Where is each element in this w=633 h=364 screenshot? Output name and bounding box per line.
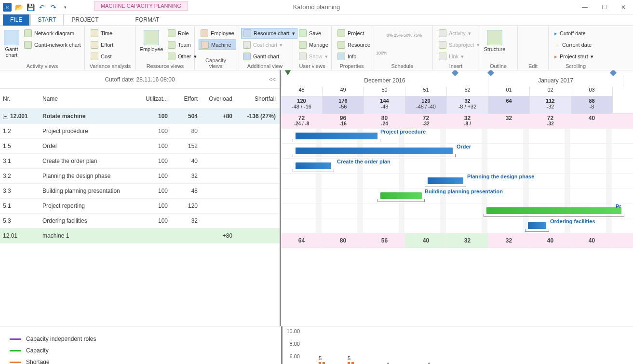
info-button[interactable]: Info [336, 51, 372, 62]
role-button[interactable]: Role [166, 28, 199, 39]
gantt-row[interactable]: 6480564032324040 [281, 233, 633, 248]
undo-icon[interactable]: ↶ [38, 3, 46, 12]
legend-item: Shortage [10, 356, 271, 364]
gantt-row[interactable]: Planning the design phase [281, 174, 633, 189]
gantt-cell: 40 [571, 114, 613, 128]
activity-insert-button[interactable]: Activity ▾ [437, 28, 482, 39]
save-icon[interactable]: 💾 [26, 3, 35, 12]
capacity-cell: 176-56 [323, 96, 364, 114]
table-row[interactable]: 12.01machine 1+80 [0, 229, 280, 243]
gantt-row[interactable]: Create the order plan [281, 159, 633, 174]
table-row[interactable]: 5.3Ordering facilities10032 [0, 214, 280, 229]
col-effort[interactable]: Effort [171, 95, 201, 102]
subproject-button[interactable]: Subproject ▾ [437, 40, 482, 50]
gantt-cell: 56 [364, 233, 405, 248]
gantt-bar[interactable] [428, 177, 463, 184]
tab-project[interactable]: PROJECT [65, 14, 106, 26]
save-view-button[interactable]: Save [297, 28, 330, 39]
show-button[interactable]: Show ▾ [297, 51, 330, 62]
y-tick-label: 6.00 [290, 353, 300, 359]
chart-area: Capacity independent rolesCapacityShorta… [0, 326, 633, 364]
collapse-button[interactable]: << [269, 76, 276, 83]
main-content: Cutoff date: 28.11.16 08:00 << Nr. Name … [0, 70, 633, 326]
gantt-cell: 32 [488, 233, 530, 248]
current-date-button[interactable]: ⋮Current date [552, 40, 595, 50]
week-header: 52 [447, 87, 488, 96]
gantt-bar[interactable] [528, 222, 546, 229]
cutoff-date-button[interactable]: ▸Cutoff date [552, 28, 595, 39]
gantt-cell: 40 [571, 233, 613, 248]
week-header: 02 [530, 87, 571, 96]
gantt-bar[interactable] [486, 207, 621, 214]
gantt-network-button[interactable]: Gantt-network chart [22, 40, 83, 50]
gantt-bar-label: Pr [616, 203, 621, 209]
table-body: −12.001Rotate machine100504+80-136 (27%)… [0, 109, 280, 326]
ribbon: Ganttchart Network diagram Gantt-network… [0, 26, 633, 70]
gantt-cell: 72-32 [405, 114, 447, 128]
week-header: 03 [571, 87, 613, 96]
gantt-bar[interactable] [296, 162, 331, 169]
table-row[interactable]: 3.3Building planning presentation10048 [0, 184, 280, 199]
gantt-row[interactable]: Project procedure [281, 129, 633, 144]
tab-format[interactable]: FORMAT [128, 14, 167, 26]
project-start-button[interactable]: ▸Project start ▾ [552, 51, 595, 62]
gantt-row[interactable]: 72-24 / -896-1680-2472-3232-8 /3272-3240 [281, 114, 633, 129]
gantt-row[interactable]: Building planning presentation [281, 189, 633, 203]
employee-view-button[interactable]: Employee [140, 28, 163, 52]
open-icon[interactable]: 📂 [14, 3, 23, 12]
project-prop-button[interactable]: Project [336, 28, 372, 39]
resource-prop-button[interactable]: Resource [336, 40, 372, 50]
resource-chart-button[interactable]: Resource chart ▾ [241, 28, 297, 39]
gantt-bar-label: Planning the design phase [467, 174, 534, 179]
ribbon-tabs: FILE START PROJECT FORMAT [0, 14, 633, 26]
collapse-icon[interactable]: − [3, 114, 8, 119]
table-row[interactable]: 3.2Planning the design phase10032 [0, 169, 280, 184]
effort-button[interactable]: Effort [89, 40, 115, 50]
gantt-row[interactable]: Pr [281, 203, 633, 218]
cost-button[interactable]: Cost [89, 51, 115, 62]
gantt-bar[interactable] [296, 133, 377, 139]
gantt-area[interactable]: 72-24 / -896-1680-2472-3232-8 /3272-3240… [281, 114, 633, 326]
capacity-machine-button[interactable]: Machine [199, 40, 236, 50]
redo-icon[interactable]: ↷ [49, 3, 58, 12]
col-overload[interactable]: Overload [201, 95, 235, 102]
col-name[interactable]: Name [40, 95, 141, 102]
close-button[interactable]: ✕ [614, 0, 633, 14]
capacity-cell: 144-48 [364, 96, 405, 114]
qat-dropdown-icon[interactable]: ▾ [61, 3, 69, 12]
gantt-chart-button[interactable]: Ganttchart [4, 28, 19, 58]
minimize-button[interactable]: — [575, 0, 594, 14]
cost-chart-button[interactable]: Cost chart ▾ [241, 40, 297, 50]
table-row[interactable]: 5.1Project reporting100120 [0, 199, 280, 214]
manage-button[interactable]: Manage [297, 40, 330, 50]
tab-start[interactable]: START [30, 14, 63, 26]
chart-value-label: 4 [386, 362, 389, 364]
tab-file[interactable]: FILE [3, 14, 29, 26]
gantt-chart-add-button[interactable]: Gantt chart [241, 51, 297, 62]
col-util[interactable]: Utilizat... [141, 95, 171, 102]
structure-button[interactable]: Structure [483, 28, 506, 52]
gantt-bar[interactable] [296, 148, 453, 154]
other-button[interactable]: Other ▾ [166, 51, 199, 62]
maximize-button[interactable]: ☐ [594, 0, 614, 14]
col-nr[interactable]: Nr. [0, 95, 40, 102]
link-button[interactable]: Link ▾ [437, 51, 482, 62]
network-diagram-button[interactable]: Network diagram [22, 28, 83, 39]
time-button[interactable]: Time [89, 28, 115, 39]
left-pane: Cutoff date: 28.11.16 08:00 << Nr. Name … [0, 70, 281, 326]
col-shortfall[interactable]: Shortfall [235, 95, 279, 102]
gantt-row[interactable]: Ordering facilities [281, 218, 633, 233]
table-row[interactable]: 1.5Order100152 [0, 139, 280, 154]
table-row[interactable]: 3.1Create the order plan10040 [0, 154, 280, 169]
gantt-bar-label: Create the order plan [337, 159, 391, 164]
gantt-bar[interactable] [380, 192, 422, 199]
team-button[interactable]: Team [166, 40, 199, 50]
y-tick-label: 10.00 [286, 328, 300, 334]
gantt-row[interactable]: Order [281, 144, 633, 159]
table-row[interactable]: −12.001Rotate machine100504+80-136 (27%) [0, 109, 280, 124]
capacity-employee-button[interactable]: Employee [199, 28, 236, 39]
legend-item: Capacity [10, 345, 271, 356]
schedule-icon[interactable] [376, 33, 386, 42]
app-icon: R [3, 3, 12, 12]
table-row[interactable]: 1.2Project procedure10080 [0, 124, 280, 139]
